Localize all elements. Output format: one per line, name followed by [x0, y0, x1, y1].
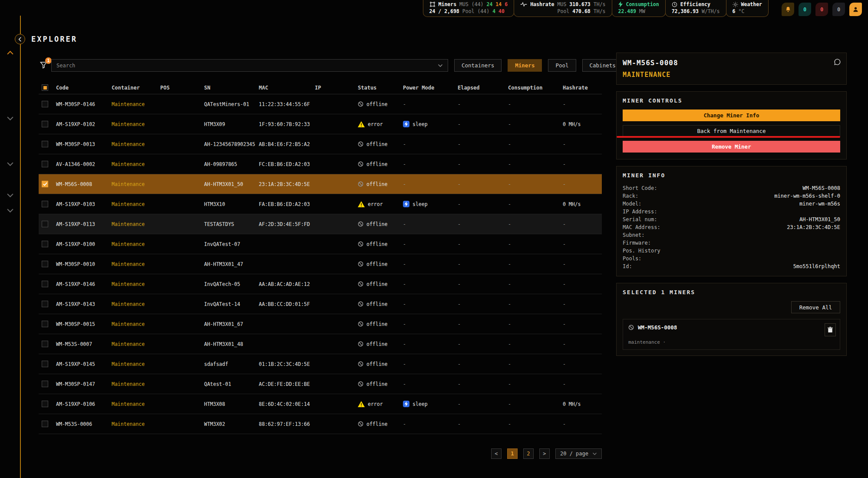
change-miner-info-button[interactable]: Change Miner Info — [623, 110, 840, 121]
teal-counter-badge[interactable]: 0 — [799, 3, 811, 16]
filter-button[interactable]: 1 — [38, 60, 49, 71]
next-page-button[interactable]: > — [539, 448, 550, 459]
delete-selected-button[interactable] — [825, 323, 836, 336]
offline-icon — [358, 181, 363, 187]
gray-counter-badge[interactable]: 0 — [832, 3, 845, 16]
select-all-checkbox[interactable] — [42, 84, 48, 91]
hashrate-cell: - — [563, 241, 602, 247]
rail-expand-down-button-1[interactable] — [7, 116, 14, 122]
page-2-button[interactable]: 2 — [523, 448, 534, 459]
power-mode-label: - — [403, 381, 406, 387]
table-row[interactable]: AM-S19XP-0113MaintenanceTESTASTDYSAF:2D:… — [39, 214, 602, 234]
table-row[interactable]: WM-M56S-0008MaintenanceAH-HTM3X01_5023:1… — [39, 174, 602, 194]
table-row[interactable]: AM-S19XP-0106MaintenanceHTM3X088E:6D:4C:… — [39, 394, 602, 414]
table-row[interactable]: WM-M30SP-0146MaintenanceQATestMiners-011… — [39, 94, 602, 114]
container-cell: Maintenance — [112, 301, 160, 307]
row-checkbox[interactable] — [42, 161, 48, 167]
hashrate-cell: - — [563, 261, 602, 267]
red-counter-badge[interactable]: 0 — [815, 3, 828, 16]
chevron-down-icon[interactable] — [438, 64, 443, 67]
info-row: MAC Address:23:1A:2B:3C:4D:5E — [623, 223, 840, 231]
tab-pool[interactable]: Pool — [548, 59, 576, 72]
table-row[interactable]: WM-M53S-0006MaintenanceWTM3X0288:62:97:E… — [39, 414, 602, 434]
miners-mus-label: MUS (44) — [459, 1, 483, 7]
mac-cell: 01:1B:2C:3C:4D:5E — [259, 361, 315, 367]
row-checkbox[interactable] — [42, 141, 48, 147]
rail-collapse-up-button[interactable] — [7, 50, 14, 56]
row-checkbox[interactable] — [42, 421, 48, 427]
row-checkbox[interactable] — [42, 241, 48, 247]
row-checkbox[interactable] — [42, 261, 48, 267]
remove-all-button[interactable]: Remove All — [791, 301, 840, 313]
power-mode-cell: - — [403, 301, 458, 307]
row-checkbox[interactable] — [42, 281, 48, 287]
page-1-button[interactable]: 1 — [507, 448, 518, 459]
table-row[interactable]: AM-S19XP-0145Maintenancesdafsadf01:1B:2C… — [39, 354, 602, 374]
code-cell: AM-S19XP-0143 — [56, 301, 112, 307]
miners-pool-err: 40 — [498, 8, 505, 14]
selected-miners-heading: SELECTED 1 MINERS — [623, 289, 840, 295]
row-checkbox[interactable] — [42, 361, 48, 367]
info-row: Rack:miner-wm-m56s-shelf-0 — [623, 192, 840, 200]
row-checkbox[interactable] — [42, 101, 48, 107]
table-row[interactable]: WM-M30SP-0147MaintenanceQAtest-01AC:DE:F… — [39, 374, 602, 394]
table-row[interactable]: AM-S19XP-0100MaintenanceInvQATest-07offl… — [39, 234, 602, 254]
power-mode-cell: - — [403, 221, 458, 227]
notifications-bell-button[interactable] — [782, 3, 794, 16]
table-row[interactable]: WM-M30SP-0010MaintenanceAH-HTM3X01_47off… — [39, 254, 602, 274]
consumption-cell: - — [508, 261, 563, 267]
status-cell: offline — [358, 261, 403, 267]
rail-expand-down-button-3[interactable] — [7, 193, 14, 199]
power-mode-label: - — [403, 141, 406, 147]
search-box[interactable] — [51, 59, 448, 72]
table-row[interactable]: AM-S19XP-0146MaintenanceInvQATech-05AA:A… — [39, 274, 602, 294]
table-row[interactable]: AV-A1346-0002MaintenanceAH-09897865FC:EB… — [39, 154, 602, 174]
info-label: Firmware: — [623, 239, 651, 247]
tab-miners[interactable]: Miners — [508, 59, 542, 72]
rail-expand-down-button-2[interactable] — [7, 161, 14, 168]
code-cell: AM-S19XP-0106 — [56, 401, 112, 407]
row-checkbox[interactable] — [42, 401, 48, 407]
power-mode-label: - — [403, 181, 406, 187]
page-size-select[interactable]: 20 / page — [555, 448, 602, 459]
table-row[interactable]: AM-S19XP-0102MaintenanceHTM3X091F:93:60:… — [39, 114, 602, 134]
miner-summary-card: WM-M56S-0008 MAINTENANCE — [616, 53, 847, 85]
row-checkbox[interactable] — [42, 221, 48, 227]
rail-expand-down-button-4[interactable] — [7, 208, 14, 214]
miner-code-title: WM-M56S-0008 — [623, 59, 840, 67]
elapsed-cell: - — [458, 261, 508, 267]
elapsed-cell: - — [458, 161, 508, 167]
row-checkbox[interactable] — [42, 321, 48, 327]
table-row[interactable]: AM-S19XP-0103MaintenanceHTM3X10FA:EB:B6:… — [39, 194, 602, 214]
table-row[interactable]: WM-M30SP-0015MaintenanceAH-HTM3X01_67off… — [39, 314, 602, 334]
table-row[interactable]: AM-S19XP-0143MaintenanceInvQATest-14AA:B… — [39, 294, 602, 314]
table-row[interactable]: WM-M30SP-0013MaintenanceAH-1234567890234… — [39, 134, 602, 154]
prev-page-button[interactable]: < — [491, 448, 502, 459]
tab-containers[interactable]: Containers — [454, 59, 502, 72]
info-value: miner-wm-m56s — [799, 200, 840, 208]
row-checkbox-cell — [39, 401, 56, 407]
back-button[interactable] — [15, 34, 25, 44]
consumption-cell: - — [508, 121, 563, 127]
offline-icon — [358, 421, 363, 427]
trash-icon — [828, 327, 833, 333]
weather-value: 6 — [733, 8, 736, 14]
row-checkbox[interactable] — [42, 181, 48, 187]
row-checkbox[interactable] — [42, 201, 48, 207]
row-checkbox[interactable] — [42, 121, 48, 127]
back-from-maintenance-button[interactable]: Back from Maintenance — [623, 125, 840, 137]
panel-left-border — [20, 16, 21, 478]
table-row[interactable]: WM-M53S-0007MaintenanceAH-HTM3X01_48offl… — [39, 334, 602, 354]
offline-icon — [358, 301, 363, 307]
search-input[interactable] — [56, 63, 438, 69]
row-checkbox[interactable] — [42, 341, 48, 347]
remove-miner-button[interactable]: Remove Miner — [623, 141, 840, 153]
info-label: IP Address: — [623, 208, 657, 216]
hashrate-cell: - — [563, 101, 602, 107]
user-profile-button[interactable] — [849, 3, 862, 16]
comment-button[interactable] — [834, 58, 841, 67]
row-checkbox[interactable] — [42, 301, 48, 307]
elapsed-cell: - — [458, 381, 508, 387]
column-header-sn: SN — [204, 85, 259, 91]
row-checkbox[interactable] — [42, 381, 48, 387]
